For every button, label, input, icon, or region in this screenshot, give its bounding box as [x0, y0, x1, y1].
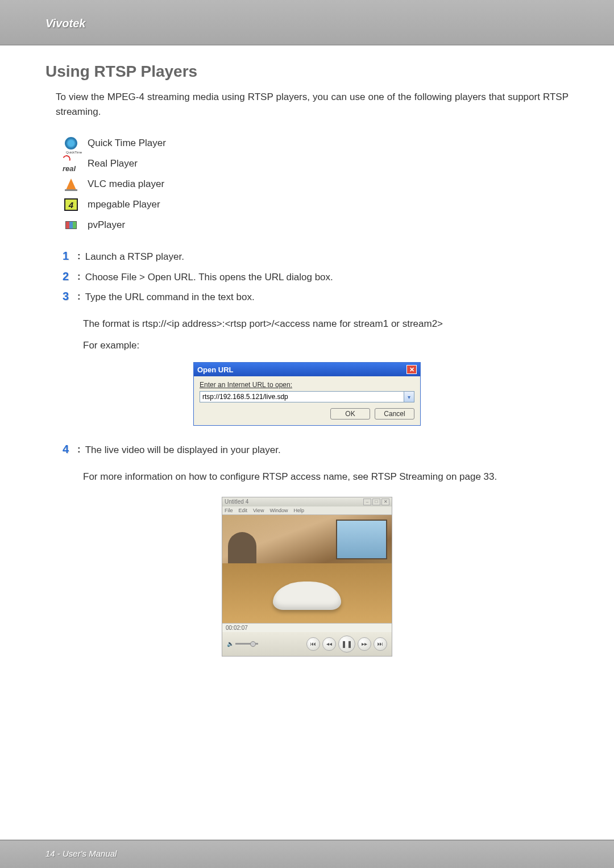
page-footer: 14 - User's Manual	[0, 840, 614, 868]
mpegable-icon: 4	[63, 197, 80, 212]
dialog-titlebar: Open URL ✕	[194, 363, 420, 376]
rewind-icon[interactable]: ◂◂	[322, 637, 336, 651]
step-4-sub: For more information on how to configure…	[83, 469, 569, 485]
menu-window[interactable]: Window	[269, 508, 288, 513]
menu-edit[interactable]: Edit	[239, 508, 248, 513]
quicktime-icon: QuickTime	[63, 136, 80, 151]
url-input[interactable]	[200, 391, 404, 402]
pvplayer-icon	[63, 218, 80, 232]
menu-file[interactable]: File	[225, 508, 233, 513]
video-player-titlebar: Untitled 4 – □ ✕	[222, 497, 392, 506]
player-label: VLC media player	[88, 178, 164, 190]
chevron-down-icon[interactable]: ▾	[404, 391, 414, 402]
step-3-text: Type the URL command in the text box.	[85, 290, 255, 305]
video-viewport	[222, 515, 392, 623]
step-3-format: The format is rtsp://<ip address>:<rtsp …	[83, 316, 569, 333]
players-list: QuickTime Quick Time Player real Real Pl…	[63, 136, 569, 232]
step-4-text: The live video will be displayed in your…	[85, 443, 281, 458]
video-player-title: Untitled 4	[225, 499, 248, 505]
volume-slider[interactable]	[235, 643, 258, 645]
step-3-example: For example:	[83, 338, 569, 354]
menu-view[interactable]: View	[253, 508, 264, 513]
player-pv: pvPlayer	[63, 218, 569, 232]
video-time: 00:02:07	[222, 623, 392, 632]
skip-back-icon[interactable]: ⏮	[306, 637, 320, 651]
page-content: Using RTSP Players To view the MPEG-4 st…	[0, 45, 614, 657]
video-controls: 🔈 ⏮ ◂◂ ❚❚ ▸▸ ⏭	[222, 632, 392, 656]
player-label: Quick Time Player	[88, 138, 166, 149]
cancel-button[interactable]: Cancel	[375, 408, 414, 420]
dialog-label: Enter an Internet URL to open:	[200, 381, 414, 389]
player-mpegable: 4 mpegable Player	[63, 197, 569, 212]
player-quicktime: QuickTime Quick Time Player	[63, 136, 569, 151]
player-label: pvPlayer	[88, 219, 125, 231]
step-number-4: 4	[63, 443, 73, 456]
maximize-icon[interactable]: □	[372, 499, 380, 505]
minimize-icon[interactable]: –	[363, 499, 371, 505]
step-1-text: Launch a RTSP player.	[85, 250, 184, 264]
steps-list-2: 4 : The live video will be displayed in …	[63, 443, 569, 458]
speaker-icon: 🔈	[227, 641, 234, 647]
player-label: Real Player	[88, 158, 138, 169]
open-url-dialog: Open URL ✕ Enter an Internet URL to open…	[193, 362, 421, 426]
vlc-icon	[63, 177, 80, 192]
skip-forward-icon[interactable]: ⏭	[374, 637, 387, 651]
step-number-2: 2	[63, 270, 73, 283]
ok-button[interactable]: OK	[330, 408, 370, 420]
realplayer-icon: real	[63, 156, 80, 171]
step-2-text: Choose File > Open URL. This opens the U…	[85, 270, 333, 285]
dialog-title: Open URL	[197, 366, 234, 374]
section-title: Using RTSP Players	[45, 63, 569, 81]
menu-help[interactable]: Help	[293, 508, 304, 513]
brand-label: Vivotek	[45, 17, 614, 30]
close-icon[interactable]: ✕	[406, 365, 417, 374]
player-vlc: VLC media player	[63, 177, 569, 192]
video-player: Untitled 4 – □ ✕ File Edit View Window H…	[222, 497, 392, 657]
intro-text: To view the MPEG-4 streaming media using…	[45, 90, 569, 119]
forward-icon[interactable]: ▸▸	[358, 637, 371, 651]
player-real: real Real Player	[63, 156, 569, 171]
step-number-1: 1	[63, 250, 73, 263]
video-player-wrap: Untitled 4 – □ ✕ File Edit View Window H…	[45, 497, 569, 657]
volume-control[interactable]: 🔈	[227, 641, 258, 647]
steps-list: 1 : Launch a RTSP player. 2 : Choose Fil…	[63, 250, 569, 305]
footer-text: 14 - User's Manual	[45, 849, 117, 858]
close-icon[interactable]: ✕	[381, 499, 389, 505]
video-player-menubar: File Edit View Window Help	[222, 506, 392, 515]
open-url-dialog-wrap: Open URL ✕ Enter an Internet URL to open…	[45, 362, 569, 426]
page-header: Vivotek	[0, 0, 614, 45]
pause-icon[interactable]: ❚❚	[338, 636, 355, 653]
player-label: mpegable Player	[88, 199, 160, 210]
step-number-3: 3	[63, 290, 73, 303]
